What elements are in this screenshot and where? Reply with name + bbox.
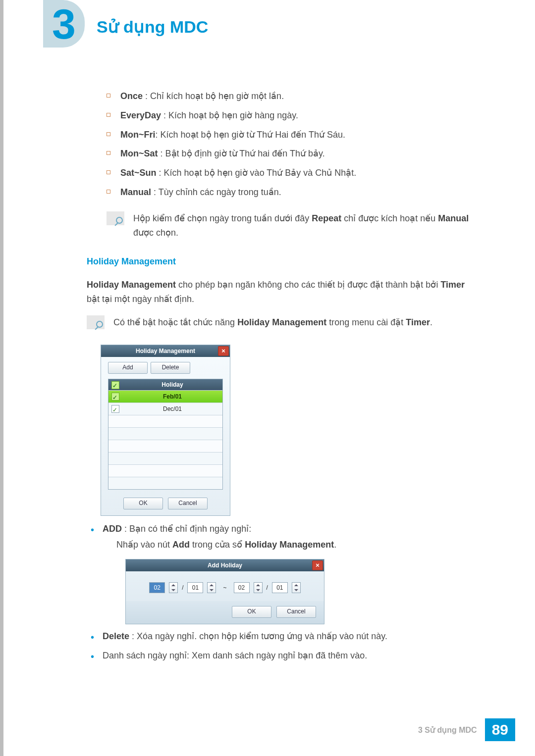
chapter-number: 3 bbox=[43, 0, 85, 48]
page-footer: 3 Sử dụng MDC 89 bbox=[418, 718, 515, 741]
add-holiday-dialog: Add Holiday × 02 / 01 ~ 02 / 01 bbox=[125, 559, 324, 624]
cancel-button[interactable]: Cancel bbox=[276, 606, 316, 618]
note-icon bbox=[87, 315, 105, 329]
header-checkbox-cell[interactable] bbox=[108, 379, 122, 390]
delete-button[interactable]: Delete bbox=[151, 362, 190, 374]
delete-desc: : Xóa ngày nghỉ. chọn hộp kiểm tương ứng… bbox=[129, 631, 387, 641]
checkbox-icon bbox=[111, 405, 119, 413]
add-sub-part: . bbox=[334, 540, 336, 550]
add-button[interactable]: Add bbox=[108, 362, 148, 374]
spinner-icon[interactable] bbox=[169, 582, 178, 593]
dialog-title: Holiday Management × bbox=[101, 345, 230, 357]
checkbox-icon bbox=[111, 381, 119, 389]
end-month-field[interactable]: 02 bbox=[234, 582, 250, 593]
slash-separator: / bbox=[267, 583, 268, 593]
table-row bbox=[108, 452, 222, 464]
chapter-badge: 3 bbox=[43, 0, 85, 48]
holiday-para-bold: Timer bbox=[440, 280, 465, 290]
dialog-title-text: Holiday Management bbox=[136, 348, 195, 354]
repeat-item: EveryDay : Kích hoạt bộ hẹn giờ hàng ngà… bbox=[107, 108, 476, 123]
repeat-item-label: EveryDay bbox=[120, 110, 161, 120]
add-sub-bold: Add bbox=[172, 540, 190, 550]
repeat-item: Mon~Fri: Kích hoạt bộ hẹn giờ từ Thứ Hai… bbox=[107, 128, 476, 142]
holiday-management-dialog: Holiday Management × Add Delete Holiday … bbox=[101, 345, 230, 516]
holiday-table: Holiday Feb/01 Dec/01 bbox=[108, 379, 223, 490]
chapter-title: Sử dụng MDC bbox=[97, 17, 208, 37]
note-text-part: Có thể bật hoặc tắt chức năng bbox=[113, 317, 237, 327]
repeat-item-label: Sat~Sun bbox=[120, 168, 157, 178]
repeat-item-label: Manual bbox=[120, 187, 151, 197]
repeat-item-desc: : Bật bộ định giờ từ Thứ hai đến Thứ bảy… bbox=[158, 149, 325, 158]
dialog-actions: OK Cancel bbox=[101, 490, 230, 515]
holiday-para-bold: Holiday Management bbox=[87, 280, 176, 290]
close-icon[interactable]: × bbox=[312, 560, 323, 570]
dialog-title-text: Add Holiday bbox=[208, 562, 242, 569]
start-month-field[interactable]: 02 bbox=[149, 582, 165, 593]
note-text: Có thể bật hoặc tắt chức năng Holiday Ma… bbox=[113, 315, 432, 330]
note-text-bold: Manual bbox=[438, 213, 469, 223]
repeat-item-desc: : Kích hoạt bộ hẹn giờ hàng ngày. bbox=[161, 110, 298, 120]
ok-button[interactable]: OK bbox=[123, 498, 163, 509]
cancel-button[interactable]: Cancel bbox=[168, 498, 208, 509]
note-text: Hộp kiểm để chọn ngày trong tuần dưới đâ… bbox=[133, 211, 476, 240]
repeat-item: Once : Chỉ kích hoạt bộ hẹn giờ một lần. bbox=[107, 89, 476, 103]
list-item: ADD : Bạn có thể chỉ định ngày nghỉ: Nhấ… bbox=[89, 522, 476, 625]
table-row bbox=[108, 427, 222, 440]
note-text-part: . bbox=[430, 317, 432, 327]
note-text-part: được chọn. bbox=[133, 228, 178, 238]
note-text-bold: Repeat bbox=[312, 213, 341, 223]
ok-button[interactable]: OK bbox=[232, 606, 271, 618]
row-checkbox-cell[interactable] bbox=[108, 403, 122, 415]
repeat-item: Manual : Tùy chỉnh các ngày trong tuần. bbox=[107, 185, 476, 200]
note-icon bbox=[107, 211, 124, 225]
checkbox-icon bbox=[111, 393, 119, 401]
table-row[interactable]: Dec/01 bbox=[108, 403, 222, 415]
list-desc: Danh sách ngày nghỉ: Xem danh sách ngày … bbox=[103, 651, 367, 660]
add-subtext: Nhấp vào nút Add trong cửa sổ Holiday Ma… bbox=[103, 538, 476, 552]
spinner-icon[interactable] bbox=[207, 582, 216, 593]
note-repeat-manual: Hộp kiểm để chọn ngày trong tuần dưới đâ… bbox=[87, 211, 476, 240]
spinner-icon[interactable] bbox=[254, 582, 263, 593]
row-holiday-value: Feb/01 bbox=[122, 391, 222, 403]
repeat-item-desc: : Kích hoạt bộ hẹn giờ từ Thứ Hai đến Th… bbox=[156, 130, 346, 140]
table-row[interactable]: Feb/01 bbox=[108, 390, 222, 403]
add-sub-part: Nhấp vào nút bbox=[116, 540, 172, 550]
start-day-field[interactable]: 01 bbox=[187, 582, 203, 593]
header-holiday-label: Holiday bbox=[122, 379, 222, 390]
holiday-para-part: bật tại một ngày nhất định. bbox=[87, 294, 194, 304]
repeat-item: Mon~Sat : Bật bộ định giờ từ Thứ hai đến… bbox=[107, 147, 476, 161]
dialog-toolbar: Add Delete bbox=[101, 357, 230, 379]
close-icon[interactable]: × bbox=[218, 346, 229, 356]
list-item: Delete : Xóa ngày nghỉ. chọn hộp kiểm tư… bbox=[89, 629, 476, 644]
add-desc: : Bạn có thể chỉ định ngày nghỉ: bbox=[122, 524, 251, 534]
note-text-part: chỉ được kích hoạt nếu bbox=[341, 213, 438, 223]
spinner-icon[interactable] bbox=[292, 582, 301, 593]
repeat-item-desc: : Chỉ kích hoạt bộ hẹn giờ một lần. bbox=[143, 91, 284, 101]
repeat-item-desc: : Tùy chỉnh các ngày trong tuần. bbox=[151, 187, 281, 197]
row-holiday-value: Dec/01 bbox=[122, 403, 222, 415]
table-header: Holiday bbox=[108, 379, 222, 390]
table-row bbox=[108, 477, 222, 489]
table-row bbox=[108, 440, 222, 452]
holiday-usage-list: ADD : Bạn có thể chỉ định ngày nghỉ: Nhấ… bbox=[87, 522, 476, 663]
repeat-item-label: Mon~Fri bbox=[120, 130, 156, 140]
repeat-item-label: Once bbox=[120, 91, 143, 101]
repeat-item-label: Mon~Sat bbox=[120, 149, 158, 158]
chapter-header: 3 Sử dụng MDC bbox=[3, 0, 535, 59]
table-row bbox=[108, 464, 222, 477]
list-item: Danh sách ngày nghỉ: Xem danh sách ngày … bbox=[89, 649, 476, 663]
slash-separator: / bbox=[182, 583, 183, 593]
delete-label: Delete bbox=[103, 631, 129, 641]
note-text-part: trong menu cài đặt bbox=[326, 317, 406, 327]
end-day-field[interactable]: 01 bbox=[272, 582, 288, 593]
add-holiday-body: 02 / 01 ~ 02 / 01 bbox=[126, 571, 324, 601]
holiday-paragraph: Holiday Management cho phép bạn ngăn khô… bbox=[87, 278, 476, 306]
add-sub-part: trong cửa sổ bbox=[190, 540, 245, 550]
footer-chapter-text: 3 Sử dụng MDC bbox=[418, 725, 477, 735]
note-text-bold: Timer bbox=[406, 317, 430, 327]
dialog-actions: OK Cancel bbox=[126, 601, 324, 624]
holiday-heading: Holiday Management bbox=[87, 254, 476, 269]
row-checkbox-cell[interactable] bbox=[108, 391, 122, 403]
table-row bbox=[108, 415, 222, 427]
repeat-item-desc: : Kích hoạt bộ hẹn giờ vào Thứ Bảy và Ch… bbox=[157, 168, 357, 178]
